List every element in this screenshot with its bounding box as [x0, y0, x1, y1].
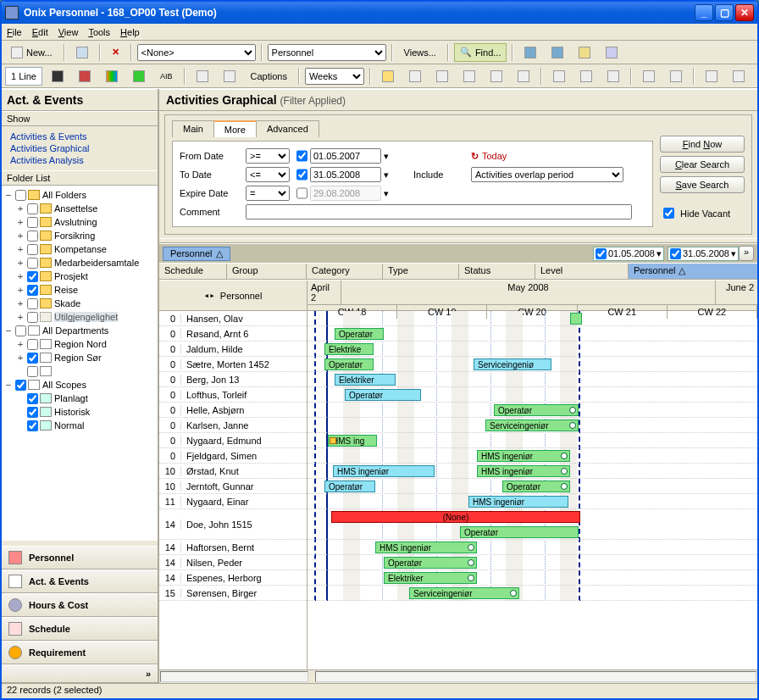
dept-check-0[interactable] [27, 339, 38, 350]
tool-icon-7[interactable] [218, 67, 241, 86]
link-act-analysis[interactable]: Activities Analysis [10, 155, 149, 165]
gantt-bar[interactable]: Operatør [460, 526, 579, 538]
one-line-button[interactable]: 1 Line [5, 67, 42, 86]
dept-check-2[interactable] [27, 366, 38, 377]
link-act-events[interactable]: Activities & Events [10, 131, 149, 142]
gantt-bar[interactable]: HMS ingeniør [375, 542, 477, 553]
folder-7[interactable]: Skade [54, 298, 80, 308]
nav-schedule[interactable]: Schedule [2, 617, 158, 641]
scope-2[interactable]: Normal [54, 420, 84, 431]
filter2-select[interactable]: Personnel [268, 44, 386, 61]
new-button[interactable]: New... [5, 43, 58, 62]
todate-op[interactable]: <= [246, 167, 290, 182]
gantt-bar[interactable]: Operatør [324, 358, 374, 370]
g11[interactable] [664, 67, 688, 86]
folder-tree[interactable]: −All Folders +Ansettelse+Avslutning+Fors… [2, 186, 158, 541]
chart-column[interactable]: April 2 May 2008 June 2 CW 18CW 19CW 20C… [307, 281, 757, 669]
folder-check-7[interactable] [27, 298, 38, 309]
layout2-button[interactable] [546, 43, 569, 62]
person-row[interactable]: 15Sørensen, Birger [159, 586, 307, 601]
todate-drop[interactable]: ▾ [384, 169, 389, 181]
g2[interactable] [403, 67, 427, 86]
include-select[interactable]: Activities overlap period [471, 167, 623, 182]
tool-icon-3[interactable] [100, 67, 124, 86]
comment-input[interactable] [246, 204, 632, 219]
print-button[interactable] [70, 43, 94, 62]
gantt-bar[interactable]: Serviceingeniør [409, 587, 519, 599]
g7[interactable] [547, 67, 571, 86]
scope-1[interactable]: Historisk [54, 407, 90, 417]
range-more[interactable]: » [739, 246, 754, 261]
col-category[interactable]: Category [307, 264, 383, 279]
menu-help[interactable]: Help [120, 27, 140, 37]
person-row[interactable]: 0Lofthus, Torleif [159, 387, 307, 403]
maximize-button[interactable]: ▢ [715, 4, 734, 21]
g9[interactable] [601, 67, 625, 86]
gantt-bar[interactable]: Elektrike [324, 343, 374, 355]
tool-icon-4[interactable] [127, 67, 151, 86]
folder-check-5[interactable] [27, 271, 38, 282]
gantt-bar[interactable]: HMS ingeniør [477, 465, 570, 477]
tab-more[interactable]: More [213, 120, 257, 137]
scope-0[interactable]: Planlagt [54, 393, 88, 403]
gantt-bar[interactable]: HMS ingeniør [468, 496, 568, 508]
clear-search-button[interactable]: Clear Search [660, 156, 745, 173]
person-row[interactable]: 0Fjeldgard, Simen [159, 448, 307, 464]
period-select[interactable]: Weeks [305, 68, 364, 85]
g1[interactable] [376, 67, 400, 86]
fromdate-op[interactable]: >= [246, 148, 290, 164]
person-row[interactable]: 14Espenes, Herborg [159, 570, 307, 586]
gantt-bar[interactable]: Elektriker [335, 374, 396, 386]
col-type[interactable]: Type [383, 264, 459, 279]
alldepts-check[interactable] [15, 325, 26, 336]
layout4-button[interactable] [600, 43, 623, 62]
person-row[interactable]: 14Haftorsen, Bernt [159, 540, 307, 555]
col-level[interactable]: Level [535, 264, 629, 279]
person-row[interactable]: 0Sætre, Morten 1452 [159, 357, 307, 372]
gantt-bar[interactable]: HMS ingeniør [477, 450, 570, 462]
folder-5[interactable]: Prosjekt [54, 271, 88, 281]
expire-drop[interactable]: ▾ [384, 188, 389, 199]
folder-check-1[interactable] [27, 217, 38, 228]
gantt-bar[interactable]: (None) [331, 511, 580, 523]
expire-input[interactable] [310, 186, 381, 201]
folder-check-8[interactable] [27, 312, 38, 323]
gantt-bar[interactable]: Operatør [335, 328, 384, 340]
nav-more[interactable]: » [2, 664, 158, 683]
g10[interactable] [637, 67, 661, 86]
tool-icon-5[interactable]: AIB [154, 67, 179, 86]
gantt-bar[interactable]: HMS ing [328, 435, 377, 447]
scope-check-1[interactable] [27, 407, 38, 418]
today-button[interactable]: Today [471, 151, 632, 162]
fromdate-input[interactable] [310, 148, 381, 164]
person-row[interactable]: 0Hansen, Olav [159, 311, 307, 326]
g8[interactable] [574, 67, 598, 86]
folder-check-2[interactable] [27, 231, 38, 242]
nav-act-events[interactable]: Act. & Events [2, 569, 158, 593]
folder-check-0[interactable] [27, 203, 38, 214]
save-search-button[interactable]: Save Search [660, 176, 745, 193]
delete-button[interactable]: ✕ [106, 43, 125, 62]
g13[interactable] [727, 67, 751, 86]
gantt-bar[interactable]: Elektriker [384, 572, 477, 584]
folder-check-4[interactable] [27, 258, 38, 269]
g4[interactable] [457, 67, 481, 86]
captions-button[interactable]: Captions [245, 67, 293, 86]
gantt-bar[interactable]: Serviceingeniø [474, 358, 551, 370]
scroll-left-right[interactable]: ◂▸ [204, 290, 215, 301]
expire-op[interactable]: = [246, 186, 290, 201]
col-schedule[interactable]: Schedule [159, 264, 227, 279]
person-row[interactable]: 14Doe, John 1515 [159, 509, 307, 540]
col-personnel[interactable]: Personnel △ [629, 264, 757, 279]
allscopes-check[interactable] [15, 380, 26, 391]
tool-icon-1[interactable] [46, 67, 69, 86]
folder-2[interactable]: Forsikring [54, 231, 95, 241]
gantt-bar[interactable]: Operatør [494, 404, 579, 416]
person-row[interactable]: 0Nygaard, Edmund [159, 433, 307, 448]
folder-check-6[interactable] [27, 285, 38, 296]
link-act-graphical[interactable]: Activities Graphical [10, 143, 149, 153]
gantt-bar[interactable]: Operatør [384, 557, 477, 569]
person-row[interactable]: 0Jaldum, Hilde [159, 342, 307, 357]
folder-check-3[interactable] [27, 244, 38, 255]
dept-0[interactable]: Region Nord [54, 339, 107, 349]
